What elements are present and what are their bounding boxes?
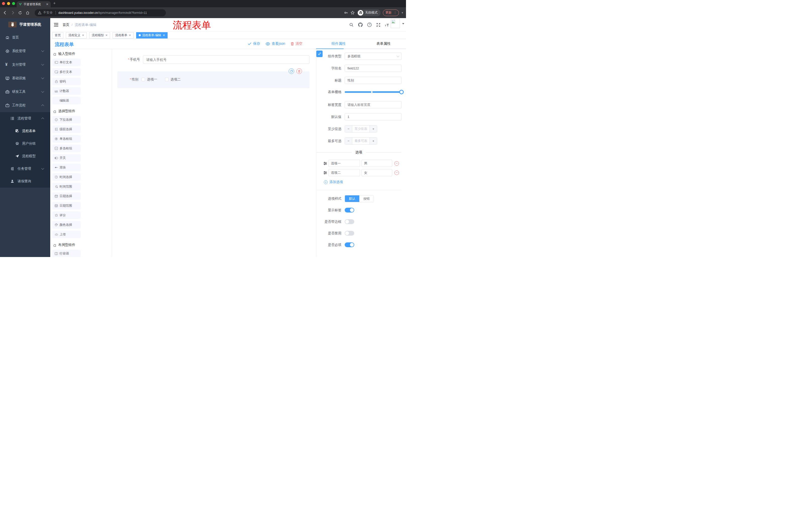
fullscreen-icon[interactable]: [376, 23, 381, 27]
tag-close-icon[interactable]: ✕: [82, 34, 84, 37]
title-input[interactable]: [345, 77, 402, 84]
github-icon[interactable]: [358, 22, 363, 27]
phone-field-input[interactable]: [143, 55, 310, 64]
back-icon[interactable]: [3, 10, 10, 15]
component-upload[interactable]: 上传: [52, 231, 81, 238]
min-select-value[interactable]: 至少应选: [352, 126, 370, 132]
tag-process-form[interactable]: 流程表单 ✕: [113, 32, 134, 38]
increase-button[interactable]: +: [370, 126, 377, 132]
url-bar[interactable]: 不安全 dashboard.yudao.iocoder.cn/bpm/manag…: [35, 9, 166, 16]
text-size-icon[interactable]: TT: [385, 23, 390, 27]
search-icon[interactable]: [349, 23, 354, 27]
component-date-range[interactable]: 日期范围: [52, 202, 81, 210]
component-slider[interactable]: 滑块: [52, 164, 81, 171]
sidebar-item-process-form[interactable]: 流程表单: [0, 125, 50, 137]
component-select[interactable]: 下拉选择: [52, 116, 81, 124]
selected-field-gender[interactable]: *性别 选项一 选项二: [117, 72, 310, 88]
label-width-input[interactable]: [345, 101, 402, 108]
avatar[interactable]: [391, 19, 400, 28]
style-default-button[interactable]: 默认: [345, 195, 359, 202]
border-toggle[interactable]: [345, 219, 354, 224]
sidebar-item-payment[interactable]: ¥ 支付管理: [0, 58, 50, 72]
style-button-button[interactable]: 按钮: [359, 195, 374, 202]
remove-option-button[interactable]: −: [395, 170, 399, 175]
remove-option-button[interactable]: −: [395, 161, 399, 166]
option-value-input[interactable]: [361, 169, 392, 176]
forward-icon[interactable]: [10, 10, 18, 15]
warning-icon[interactable]: [38, 11, 41, 14]
help-icon[interactable]: ?: [367, 22, 372, 27]
component-time-range[interactable]: 时间范围: [52, 183, 81, 190]
component-multi-line-text[interactable]: 多行文本: [52, 68, 81, 76]
browser-menu-icon[interactable]: ⋮: [394, 11, 397, 14]
required-toggle[interactable]: [345, 242, 354, 247]
component-date-picker[interactable]: 日期选择: [52, 192, 81, 200]
close-window-button[interactable]: [2, 2, 5, 5]
component-counter[interactable]: 123 计数器: [52, 87, 81, 95]
sidebar-item-user-group[interactable]: 用户分组: [0, 137, 50, 150]
checkbox-icon[interactable]: [141, 78, 145, 81]
tag-close-icon[interactable]: ✕: [163, 34, 165, 37]
component-row-container[interactable]: 行容器: [52, 250, 81, 257]
tag-process-model[interactable]: 流程模型 ✕: [89, 32, 110, 38]
component-password[interactable]: 密码: [52, 78, 81, 85]
sidebar-item-process-management[interactable]: 流程管理: [0, 112, 50, 125]
component-single-line-text[interactable]: 单行文本: [52, 59, 81, 66]
sidebar-item-system[interactable]: 系统管理: [0, 44, 50, 58]
gender-option-1[interactable]: 选项一: [141, 77, 157, 82]
toolbar-caret-icon[interactable]: ▼: [401, 11, 404, 14]
new-tab-button[interactable]: +: [53, 1, 56, 5]
save-button[interactable]: 保存: [248, 42, 260, 46]
app-logo[interactable]: 芋道管理系统: [0, 18, 50, 31]
reload-icon[interactable]: [18, 11, 26, 15]
component-color-picker[interactable]: 颜色选择: [52, 221, 81, 228]
delete-field-button[interactable]: [296, 69, 302, 74]
link-chain-tab[interactable]: [316, 51, 323, 57]
update-button[interactable]: 更新 ⋮: [383, 9, 399, 16]
minimize-window-button[interactable]: [7, 2, 10, 5]
checkbox-icon[interactable]: [165, 78, 169, 81]
tag-process-definition[interactable]: 流程定义 ✕: [66, 32, 87, 38]
copy-field-button[interactable]: [289, 69, 294, 74]
component-editor[interactable]: 编辑器: [52, 97, 81, 104]
component-cascader[interactable]: 级联选择: [52, 126, 81, 133]
decrease-button[interactable]: −: [345, 138, 352, 144]
home-icon[interactable]: [26, 11, 33, 15]
component-radio-group[interactable]: 单选框组: [52, 135, 81, 142]
option-label-input[interactable]: [328, 160, 360, 167]
component-time-picker[interactable]: 时间选择: [52, 173, 81, 181]
sidebar-item-devtools[interactable]: 研发工具: [0, 85, 50, 99]
key-icon[interactable]: [344, 10, 348, 15]
disabled-toggle[interactable]: [345, 231, 354, 236]
sidebar-item-home[interactable]: 首页: [0, 31, 50, 44]
component-switch[interactable]: 开关: [52, 154, 81, 162]
drag-handle-icon[interactable]: [323, 171, 328, 174]
sidebar-item-leave-query[interactable]: 请假查询: [0, 175, 50, 188]
maximize-window-button[interactable]: [12, 2, 15, 5]
sidebar-item-workflow[interactable]: 工作流程: [0, 99, 50, 112]
tab-component-props[interactable]: 组件属性: [316, 39, 361, 49]
max-select-value[interactable]: 最多可选: [352, 138, 370, 144]
clear-button[interactable]: 清空: [291, 42, 302, 46]
tab-form-props[interactable]: 表单属性: [361, 39, 406, 49]
view-json-button[interactable]: 查看json: [266, 42, 285, 46]
phone-field-row[interactable]: *手机号: [117, 55, 310, 64]
bookmark-star-icon[interactable]: [350, 10, 355, 15]
slider-thumb[interactable]: [399, 90, 404, 94]
decrease-button[interactable]: −: [345, 126, 352, 132]
tag-process-form-edit[interactable]: 流程表单-编辑 ✕: [136, 32, 168, 38]
field-name-input[interactable]: [345, 64, 402, 72]
sidebar-item-task-management[interactable]: 任务管理: [0, 162, 50, 175]
sidebar-item-process-model[interactable]: 流程模型: [0, 150, 50, 162]
tab-close-icon[interactable]: ✕: [46, 2, 49, 6]
avatar-caret-icon[interactable]: [402, 23, 404, 24]
gender-option-2[interactable]: 选项二: [165, 77, 181, 82]
drag-handle-icon[interactable]: [323, 162, 328, 165]
option-label-input[interactable]: [328, 169, 360, 176]
collapse-sidebar-icon[interactable]: [54, 23, 58, 27]
sidebar-item-infra[interactable]: 基础设施: [0, 72, 50, 85]
tag-close-icon[interactable]: ✕: [128, 34, 131, 37]
add-option-button[interactable]: + 添加选项: [324, 180, 401, 184]
show-label-toggle[interactable]: [345, 208, 354, 213]
component-type-select[interactable]: [345, 53, 402, 60]
